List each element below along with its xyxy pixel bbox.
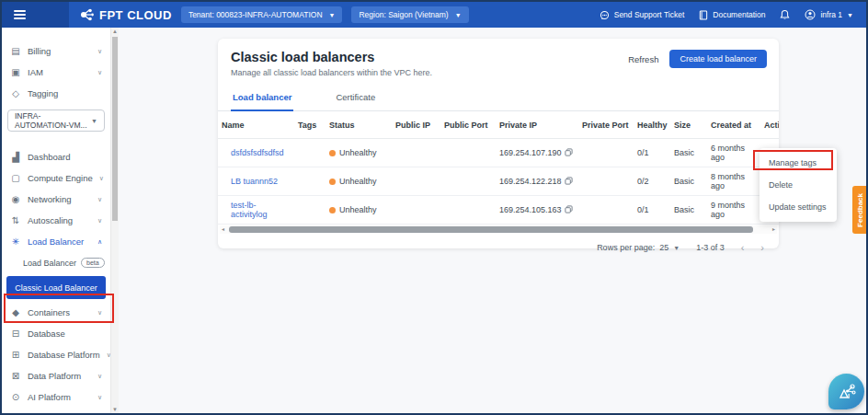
rows-per-page-selector[interactable]: Rows per page: 25 ▼ xyxy=(597,243,680,252)
table-column-header: Status xyxy=(326,111,392,139)
action-menu-item[interactable]: Update settings xyxy=(760,196,837,218)
sidebar-item[interactable]: ◆ Containers ∨ xyxy=(2,302,110,323)
scrollbar-thumb[interactable] xyxy=(112,37,118,221)
size-cell: Basic xyxy=(670,139,707,167)
scroll-up-arrow-icon[interactable]: ▲ xyxy=(111,29,119,34)
hamburger-menu-icon[interactable] xyxy=(14,8,26,21)
sidebar-item-label: Database Platform xyxy=(28,350,100,360)
private-ip-value: 169.254.105.163 xyxy=(499,205,562,214)
sidebar-item[interactable]: ◇ Tagging xyxy=(2,83,110,104)
chevron-down-icon: ∨ xyxy=(99,175,104,182)
table-horizontal-scrollbar[interactable]: ◂ ▸ xyxy=(220,225,777,234)
sidebar-item[interactable]: ✳ Load Balancer ∧ xyxy=(2,231,110,252)
chevron-down-icon: ∨ xyxy=(97,196,102,203)
svg-text:I: I xyxy=(848,393,850,399)
beta-badge: beta xyxy=(81,258,105,268)
sidebar-item[interactable]: ⊠ Data Platform ∨ xyxy=(2,365,110,386)
sidebar-item[interactable]: ⇅ Autoscaling ∨ xyxy=(2,210,110,231)
copy-icon[interactable] xyxy=(565,148,573,156)
table-row: test-lb-activitylog Unhealthy 169.254.10… xyxy=(218,196,779,225)
rows-per-page-value: 25 xyxy=(659,243,668,252)
sidebar-item[interactable]: ▢ Compute Engine ∨ xyxy=(2,167,110,189)
status-cell: Unhealthy xyxy=(326,139,392,167)
iam-icon: ▣ xyxy=(10,67,21,77)
billing-icon: ▤ xyxy=(10,46,21,56)
sidebar-item[interactable]: ▟ Dashboard xyxy=(2,146,110,167)
database-icon: ⊟ xyxy=(10,329,21,339)
sidebar-navigation: ▤ Billing ∨ ▣ IAM ∨ ◇ Tagging INFRA-AUTO… xyxy=(2,28,110,413)
sidebar-subitem-label: Load Balancer xyxy=(23,259,76,268)
sidebar-item[interactable]: ⊟ Database xyxy=(2,323,110,344)
feedback-tab[interactable]: Feedback xyxy=(852,186,867,234)
sidebar-subitem[interactable]: Classic Load Balancer xyxy=(6,276,106,299)
tags-cell xyxy=(294,139,326,167)
sidebar-item[interactable]: ◉ Networking ∨ xyxy=(2,189,110,210)
copy-icon[interactable] xyxy=(565,177,573,185)
feedback-label: Feedback xyxy=(856,193,864,227)
documentation-button[interactable]: Documentation xyxy=(699,10,765,20)
action-menu-item[interactable]: Delete xyxy=(760,174,837,196)
healthy-cell: 0/1 xyxy=(634,196,670,225)
user-name-label: infra 1 xyxy=(820,10,842,19)
sidebar-subitem[interactable]: Load Balancer beta xyxy=(2,252,110,273)
copy-icon[interactable] xyxy=(565,205,573,213)
sidebar-item[interactable]: ▣ IAM ∨ xyxy=(2,62,110,83)
send-support-ticket-label: Send Support Ticket xyxy=(614,10,685,19)
region-selector[interactable]: Region: Saigon (Vietnam) ▼ xyxy=(351,6,468,23)
pagination-bar: Rows per page: 25 ▼ 1-3 of 3 ‹ › xyxy=(218,234,779,253)
compute-engine-icon: ▢ xyxy=(10,173,21,183)
table-column-header: Healthy xyxy=(634,111,670,139)
table-column-header: Private Port xyxy=(578,111,634,139)
table-column-header: Public IP xyxy=(392,111,440,139)
ai-platform-icon: ⊙ xyxy=(10,392,21,402)
chevron-down-icon: ∨ xyxy=(97,394,102,401)
table-column-header: Tags xyxy=(294,111,326,139)
sidebar-item-label: Containers xyxy=(28,307,70,317)
chevron-down-icon: ∨ xyxy=(97,309,102,317)
private-ip-cell: 169.254.122.218 xyxy=(496,167,578,196)
table-row: LB tuannn52 Unhealthy 169.254.122.218 0/… xyxy=(218,167,779,196)
public-port-cell xyxy=(440,139,496,167)
table-column-header: Name xyxy=(218,111,294,139)
send-support-ticket-button[interactable]: Send Support Ticket xyxy=(600,10,685,20)
status-label: Unhealthy xyxy=(339,205,377,214)
pagination-range-label: 1-3 of 3 xyxy=(696,243,725,252)
chevron-up-icon: ∧ xyxy=(97,238,102,246)
action-menu-item[interactable]: Manage tags xyxy=(760,152,837,174)
scroll-down-arrow-icon[interactable]: ▼ xyxy=(111,407,119,412)
sidebar-item[interactable]: ⊡ Monitoring xyxy=(2,408,110,413)
lb-name-link[interactable]: test-lb-activitylog xyxy=(231,201,268,219)
database-platform-icon: ⊞ xyxy=(10,350,21,360)
sidebar-item[interactable]: ▤ Billing ∨ xyxy=(2,40,110,62)
molecule-logo-icon xyxy=(80,8,95,21)
table-column-header: Public Port xyxy=(440,111,496,139)
public-port-cell xyxy=(440,167,496,196)
sidebar-item[interactable]: ⊞ Database Platform ∨ xyxy=(2,344,110,365)
vpc-selector-dropdown[interactable]: INFRA-AUTOMATION-VM... ▼ xyxy=(7,110,105,132)
lb-name-link[interactable]: dsfdsfsdfsdfsd xyxy=(231,148,284,157)
tenant-selector[interactable]: Tenant: 000823-INFRA-AUTOMATION ▼ xyxy=(181,6,343,23)
user-avatar-icon xyxy=(805,9,816,20)
ai-assistant-button[interactable]: I xyxy=(828,374,864,409)
sidebar-item[interactable]: ⊙ AI Platform ∨ xyxy=(2,386,110,408)
private-port-cell xyxy=(578,196,634,225)
scroll-right-arrow-icon[interactable]: ▸ xyxy=(772,225,775,234)
tab-load-balancer[interactable]: Load balancer xyxy=(231,88,293,111)
tab-certificate[interactable]: Certificate xyxy=(334,88,377,110)
healthy-cell: 0/2 xyxy=(634,167,670,196)
sidebar-scrollbar[interactable]: ▲ ▼ xyxy=(110,28,119,413)
scroll-left-arrow-icon[interactable]: ◂ xyxy=(222,225,224,234)
documentation-icon xyxy=(699,10,708,20)
user-menu[interactable]: infra 1 ▼ xyxy=(805,9,853,20)
support-ticket-icon xyxy=(600,10,610,20)
next-page-button[interactable]: › xyxy=(760,242,764,253)
refresh-button[interactable]: Refresh xyxy=(628,54,658,64)
create-load-balancer-button[interactable]: Create load balancer xyxy=(669,50,767,68)
status-dot-icon xyxy=(329,207,336,213)
fpt-cloud-logo: FPT CLOUD xyxy=(80,8,172,22)
scrollbar-thumb[interactable] xyxy=(229,226,753,233)
notifications-bell-icon[interactable] xyxy=(780,9,790,20)
previous-page-button[interactable]: ‹ xyxy=(741,242,745,253)
lb-name-link[interactable]: LB tuannn52 xyxy=(231,177,278,186)
sidebar-subitem-label: Classic Load Balancer xyxy=(15,283,97,293)
